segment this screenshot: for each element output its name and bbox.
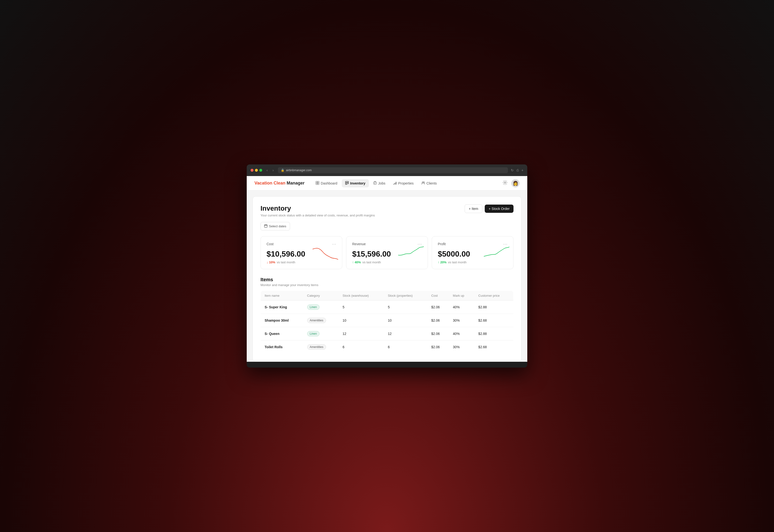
item-category-0: Linen: [303, 300, 339, 314]
jobs-icon: [373, 181, 377, 185]
nav-label-jobs: Jobs: [378, 181, 386, 185]
nav-label-clients: Clients: [426, 181, 437, 185]
lock-icon: 🔒: [281, 169, 284, 172]
item-price-1: $2.68: [475, 314, 514, 327]
col-header-customer-price: Customer price: [475, 291, 514, 300]
minimize-button[interactable]: [255, 169, 258, 172]
nav-item-properties[interactable]: Properties: [390, 179, 417, 187]
item-price-2: $2.88: [475, 327, 514, 340]
item-name-1: Shampoo 30ml: [261, 314, 303, 327]
svg-rect-2: [316, 183, 317, 185]
app-content: Vacation Clean Manager Dashboard Invento…: [247, 176, 527, 362]
logo-manager: Manager: [287, 181, 305, 185]
item-cost-1: $2.06: [427, 314, 449, 327]
svg-rect-5: [345, 183, 349, 184]
nav-label-inventory: Inventory: [350, 181, 365, 185]
select-dates-button[interactable]: Select dates: [260, 222, 290, 230]
profit-label: Profit: [438, 242, 446, 246]
stat-card-revenue: Revenue ⋯ $15,596.00 ↑ 40% vs last month: [346, 236, 428, 269]
cost-chart: [312, 245, 338, 260]
col-header-cost: Cost: [427, 291, 449, 300]
nav-item-jobs[interactable]: Jobs: [370, 179, 389, 187]
reload-icon[interactable]: ↻: [511, 168, 514, 172]
item-stock-pr-0: 5: [384, 300, 427, 314]
table-row[interactable]: Shampoo 30ml Amentities 10 10 $2.06 30% …: [261, 314, 514, 327]
item-markup-2: 40%: [449, 327, 474, 340]
stat-card-profit: Profit ⋯ $5000.00 ↑ 20% vs last month: [432, 236, 514, 269]
add-item-button[interactable]: + Item: [465, 204, 482, 213]
items-title: Items: [260, 277, 514, 282]
browser-chrome: ‹ › 🔒 airbnbmanager.com ↻ ⎙ +: [247, 164, 527, 176]
item-name-2: S- Queen: [261, 327, 303, 340]
item-cost-0: $2.06: [427, 300, 449, 314]
app-header: Vacation Clean Manager Dashboard Invento…: [247, 176, 527, 191]
category-badge-0: Linen: [307, 304, 320, 310]
cost-footer: ↓ 10% vs last month: [267, 260, 336, 264]
item-cost-2: $2.06: [427, 327, 449, 340]
profit-chart: [483, 245, 509, 260]
nav-item-inventory[interactable]: Inventory: [342, 179, 369, 187]
items-subtitle: Monitor and manage your inventory items: [260, 283, 514, 287]
item-cost-3: $2.06: [427, 340, 449, 354]
item-category-1: Amentities: [303, 314, 339, 327]
cost-change: ↓ 10%: [267, 260, 275, 264]
forward-button[interactable]: ›: [271, 168, 275, 173]
user-avatar[interactable]: 👩: [511, 179, 520, 187]
table-header: Item name Category Stock (warehouse) Sto…: [261, 291, 514, 300]
stats-grid: Cost ⋯ $10,596.00 ↓ 10% vs last month: [260, 236, 514, 269]
item-name-0: S- Super King: [261, 300, 303, 314]
svg-rect-11: [394, 183, 395, 185]
svg-point-15: [504, 182, 506, 183]
url-text: airbnbmanager.com: [286, 169, 312, 172]
close-button[interactable]: [251, 169, 253, 172]
profit-change: ↑ 20%: [438, 260, 447, 264]
items-section: Items Monitor and manage your inventory …: [260, 277, 514, 354]
page-header: Inventory Your current stock status with…: [260, 204, 514, 217]
stat-card-cost: Cost ⋯ $10,596.00 ↓ 10% vs last month: [260, 236, 342, 269]
page-title: Inventory: [260, 204, 375, 213]
settings-icon[interactable]: [503, 180, 507, 186]
browser-actions: ↻ ⎙ +: [511, 168, 523, 172]
new-tab-icon[interactable]: +: [521, 168, 523, 172]
date-filter: Select dates: [260, 222, 514, 230]
item-stock-pr-2: 12: [384, 327, 427, 340]
item-stock-pr-3: 6: [384, 340, 427, 354]
browser-window: ‹ › 🔒 airbnbmanager.com ↻ ⎙ + Vacation C…: [247, 164, 527, 368]
category-badge-2: Linen: [307, 331, 320, 336]
nav-item-clients[interactable]: Clients: [418, 179, 440, 187]
col-header-item-name: Item name: [261, 291, 303, 300]
col-header-markup: Mark up: [449, 291, 474, 300]
nav-item-dashboard[interactable]: Dashboard: [312, 179, 341, 187]
item-category-2: Linen: [303, 327, 339, 340]
nav-label-dashboard: Dashboard: [321, 181, 337, 185]
table-row[interactable]: Toilet Rolls Amentities 6 6 $2.06 30% $2…: [261, 340, 514, 354]
fullscreen-button[interactable]: [259, 169, 262, 172]
svg-rect-7: [374, 182, 376, 184]
revenue-label: Revenue: [352, 242, 366, 246]
logo: Vacation Clean Manager: [254, 181, 305, 186]
clients-icon: [421, 181, 425, 185]
svg-rect-1: [318, 181, 319, 183]
nav-label-properties: Properties: [398, 181, 414, 185]
table-row[interactable]: S- Queen Linen 12 12 $2.06 40% $2.88: [261, 327, 514, 340]
inventory-icon: [345, 181, 349, 185]
svg-rect-4: [345, 181, 349, 182]
revenue-footer: ↑ 40% vs last month: [352, 260, 422, 264]
logo-vacation: Vacation Clean: [254, 181, 287, 185]
page-subtitle: Your current stock status with a detaile…: [260, 214, 375, 217]
category-badge-1: Amentities: [307, 318, 326, 323]
stock-order-button[interactable]: + Stock Order: [485, 205, 514, 213]
profit-vs: vs last month: [448, 260, 467, 264]
share-icon[interactable]: ⎙: [517, 168, 519, 172]
table-body: S- Super King Linen 5 5 $2.06 40% $2.88 …: [261, 300, 514, 354]
revenue-vs: vs last month: [362, 260, 381, 264]
back-button[interactable]: ‹: [265, 168, 269, 173]
address-bar[interactable]: 🔒 airbnbmanager.com: [278, 167, 508, 173]
svg-rect-16: [264, 225, 267, 227]
traffic-lights: [251, 169, 262, 172]
item-category-3: Amentities: [303, 340, 339, 354]
item-price-0: $2.88: [475, 300, 514, 314]
svg-rect-6: [345, 184, 347, 185]
profit-footer: ↑ 20% vs last month: [438, 260, 507, 264]
table-row[interactable]: S- Super King Linen 5 5 $2.06 40% $2.88: [261, 300, 514, 314]
